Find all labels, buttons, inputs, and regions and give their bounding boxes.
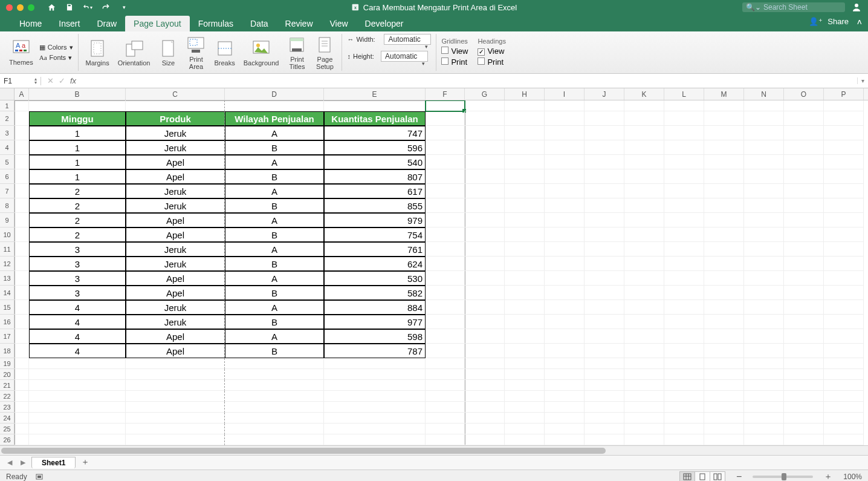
cell-M14[interactable] <box>704 286 744 300</box>
cell-H8[interactable] <box>505 198 545 213</box>
cell-L2[interactable] <box>664 111 704 126</box>
cell-A16[interactable] <box>15 315 29 329</box>
cell-N2[interactable] <box>744 111 784 126</box>
cell-G19[interactable] <box>465 358 505 369</box>
cell-G24[interactable] <box>465 413 505 424</box>
cell-O11[interactable] <box>784 242 824 257</box>
cell-P10[interactable] <box>824 227 864 242</box>
cell-K19[interactable] <box>624 358 664 369</box>
cell-P14[interactable] <box>824 286 864 300</box>
table-cell[interactable]: B <box>225 227 324 242</box>
cell-G13[interactable] <box>465 271 505 286</box>
cell-I25[interactable] <box>545 424 585 434</box>
cell-L12[interactable] <box>664 257 704 271</box>
table-cell[interactable]: Apel <box>126 213 225 227</box>
table-cell[interactable]: 747 <box>324 126 426 140</box>
column-header-F[interactable]: F <box>426 88 465 100</box>
cancel-formula-icon[interactable]: ✕ <box>47 76 54 85</box>
cell-L18[interactable] <box>664 344 704 358</box>
cell-G8[interactable] <box>465 198 505 213</box>
cell-A20[interactable] <box>15 369 29 380</box>
cell-N21[interactable] <box>744 380 784 391</box>
cell-O21[interactable] <box>784 380 824 391</box>
cell-F8[interactable] <box>426 198 465 213</box>
cell-N10[interactable] <box>744 227 784 242</box>
row-header-22[interactable]: 22 <box>0 391 15 402</box>
cell-C21[interactable] <box>126 380 225 391</box>
cell-K8[interactable] <box>624 198 664 213</box>
cell-H24[interactable] <box>505 413 545 424</box>
fx-icon[interactable]: fx <box>70 76 76 85</box>
cell-L3[interactable] <box>664 126 704 140</box>
cell-L7[interactable] <box>664 184 704 198</box>
cell-F6[interactable] <box>426 169 465 184</box>
close-window-button[interactable] <box>6 4 13 11</box>
cell-M12[interactable] <box>704 257 744 271</box>
orientation-button[interactable]: Orientation <box>115 38 153 68</box>
cell-I4[interactable] <box>545 140 585 155</box>
cell-F23[interactable] <box>426 402 465 413</box>
cell-N12[interactable] <box>744 257 784 271</box>
cell-F16[interactable] <box>426 315 465 329</box>
cell-D20[interactable] <box>225 369 324 380</box>
cell-E1[interactable] <box>324 100 426 111</box>
cell-A18[interactable] <box>15 344 29 358</box>
cell-K16[interactable] <box>624 315 664 329</box>
cell-I6[interactable] <box>545 169 585 184</box>
cell-K15[interactable] <box>624 300 664 315</box>
cell-O7[interactable] <box>784 184 824 198</box>
cell-I1[interactable] <box>545 100 585 111</box>
cell-P26[interactable] <box>824 434 864 445</box>
table-cell[interactable]: 617 <box>324 184 426 198</box>
cell-H9[interactable] <box>505 213 545 227</box>
cell-I14[interactable] <box>545 286 585 300</box>
cell-F2[interactable] <box>426 111 465 126</box>
row-header-25[interactable]: 25 <box>0 424 15 434</box>
cell-L14[interactable] <box>664 286 704 300</box>
cell-P5[interactable] <box>824 155 864 169</box>
table-cell[interactable]: B <box>225 344 324 358</box>
cell-F19[interactable] <box>426 358 465 369</box>
cell-E26[interactable] <box>324 434 426 445</box>
row-header-7[interactable]: 7 <box>0 184 15 198</box>
cell-F24[interactable] <box>426 413 465 424</box>
select-all-corner[interactable] <box>0 88 15 100</box>
column-header-M[interactable]: M <box>704 88 744 100</box>
cell-D24[interactable] <box>225 413 324 424</box>
cell-C19[interactable] <box>126 358 225 369</box>
table-cell[interactable]: Jeruk <box>126 242 225 257</box>
cell-M24[interactable] <box>704 413 744 424</box>
cell-J16[interactable] <box>585 315 624 329</box>
cell-N25[interactable] <box>744 424 784 434</box>
cell-F14[interactable] <box>426 286 465 300</box>
cell-M11[interactable] <box>704 242 744 257</box>
cell-K10[interactable] <box>624 227 664 242</box>
cell-M15[interactable] <box>704 300 744 315</box>
table-cell[interactable]: 754 <box>324 227 426 242</box>
table-cell[interactable]: A <box>225 329 324 344</box>
cell-B20[interactable] <box>29 369 126 380</box>
cell-G10[interactable] <box>465 227 505 242</box>
cell-M1[interactable] <box>704 100 744 111</box>
table-cell[interactable]: Apel <box>126 344 225 358</box>
column-header-I[interactable]: I <box>545 88 585 100</box>
cell-A17[interactable] <box>15 329 29 344</box>
cell-L4[interactable] <box>664 140 704 155</box>
cell-F3[interactable] <box>426 126 465 140</box>
table-cell[interactable]: 1 <box>29 140 126 155</box>
cell-O22[interactable] <box>784 391 824 402</box>
page-break-view-button[interactable] <box>710 471 725 482</box>
cell-P8[interactable] <box>824 198 864 213</box>
cell-J22[interactable] <box>585 391 624 402</box>
cell-K5[interactable] <box>624 155 664 169</box>
user-icon[interactable] <box>851 2 862 13</box>
cell-I9[interactable] <box>545 213 585 227</box>
cell-L25[interactable] <box>664 424 704 434</box>
cell-A2[interactable] <box>15 111 29 126</box>
column-header-D[interactable]: D <box>225 88 324 100</box>
cell-O24[interactable] <box>784 413 824 424</box>
cell-K6[interactable] <box>624 169 664 184</box>
table-cell[interactable]: A <box>225 155 324 169</box>
cell-G1[interactable] <box>465 100 505 111</box>
cell-J6[interactable] <box>585 169 624 184</box>
